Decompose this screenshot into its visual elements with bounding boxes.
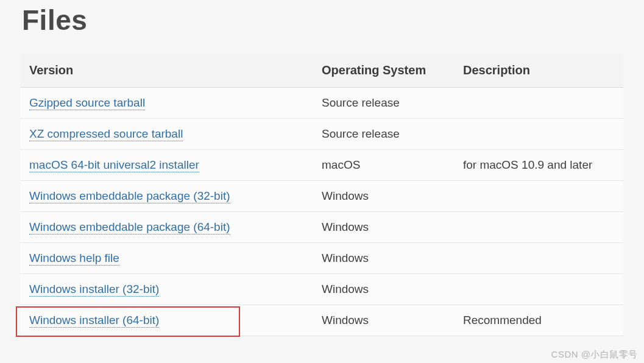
- table-row: macOS 64-bit universal2 installermacOSfo…: [21, 150, 623, 181]
- table-row: Gzipped source tarballSource release: [21, 88, 623, 119]
- table-row: Windows help fileWindows: [21, 243, 623, 274]
- description-cell: Recommended: [455, 305, 623, 336]
- download-link[interactable]: XZ compressed source tarball: [29, 127, 183, 141]
- download-link[interactable]: Windows installer (32-bit): [29, 283, 159, 297]
- os-cell: Windows: [313, 181, 455, 212]
- version-cell: XZ compressed source tarball: [21, 119, 313, 150]
- description-cell: [455, 274, 623, 305]
- download-link[interactable]: Windows installer (64-bit): [29, 314, 159, 328]
- col-header-os: Operating System: [313, 54, 455, 88]
- os-cell: Windows: [313, 243, 455, 274]
- version-cell: Windows help file: [21, 243, 313, 274]
- os-cell: Source release: [313, 88, 455, 119]
- os-cell: Windows: [313, 274, 455, 305]
- table-row: Windows installer (32-bit)Windows: [21, 274, 623, 305]
- table-row: Windows installer (64-bit)WindowsRecomme…: [21, 305, 623, 336]
- description-cell: [455, 243, 623, 274]
- version-cell: Windows embeddable package (32-bit): [21, 181, 313, 212]
- download-link[interactable]: Gzipped source tarball: [29, 96, 145, 110]
- version-cell: Gzipped source tarball: [21, 88, 313, 119]
- col-header-version: Version: [21, 54, 313, 88]
- download-link[interactable]: macOS 64-bit universal2 installer: [29, 158, 199, 172]
- description-cell: [455, 181, 623, 212]
- description-cell: [455, 212, 623, 243]
- os-cell: Windows: [313, 212, 455, 243]
- description-cell: for macOS 10.9 and later: [455, 150, 623, 181]
- table-row: Windows embeddable package (32-bit)Windo…: [21, 181, 623, 212]
- version-cell: Windows embeddable package (64-bit): [21, 212, 313, 243]
- col-header-desc: Description: [455, 54, 623, 88]
- os-cell: macOS: [313, 150, 455, 181]
- description-cell: [455, 119, 623, 150]
- version-cell: Windows installer (64-bit): [21, 305, 313, 336]
- version-cell: macOS 64-bit universal2 installer: [21, 150, 313, 181]
- version-cell: Windows installer (32-bit): [21, 274, 313, 305]
- download-link[interactable]: Windows help file: [29, 252, 119, 266]
- table-row: XZ compressed source tarballSource relea…: [21, 119, 623, 150]
- os-cell: Source release: [313, 119, 455, 150]
- table-row: Windows embeddable package (64-bit)Windo…: [21, 212, 623, 243]
- page-title: Files: [22, 4, 623, 37]
- os-cell: Windows: [313, 305, 455, 336]
- files-table: Version Operating System Description Gzi…: [21, 54, 623, 336]
- download-link[interactable]: Windows embeddable package (64-bit): [29, 220, 230, 234]
- download-link[interactable]: Windows embeddable package (32-bit): [29, 189, 230, 203]
- description-cell: [455, 88, 623, 119]
